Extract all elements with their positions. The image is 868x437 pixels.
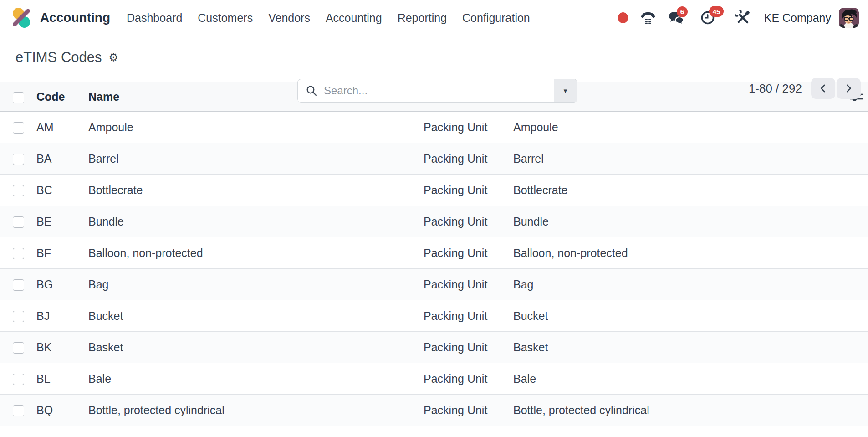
- cell-code: BR: [29, 426, 81, 437]
- recording-status-dot[interactable]: [618, 12, 628, 23]
- table-row[interactable]: BL Bale Packing Unit Bale: [0, 363, 868, 395]
- cell-name: Bundle: [81, 206, 416, 237]
- tools-button[interactable]: [735, 10, 751, 26]
- wrench-screwdriver-icon: [735, 10, 751, 26]
- gear-icon[interactable]: ⚙: [109, 52, 119, 63]
- app-logo[interactable]: [11, 7, 33, 29]
- row-check-cell: [0, 395, 29, 426]
- cell-code: BQ: [29, 395, 81, 426]
- cell-code-type: Packing Unit: [416, 206, 506, 237]
- table-row[interactable]: AM Ampoule Packing Unit Ampoule: [0, 112, 868, 143]
- row-checkbox[interactable]: [13, 154, 24, 165]
- row-checkbox[interactable]: [13, 185, 24, 196]
- cell-code: BE: [29, 206, 81, 237]
- select-all-checkbox[interactable]: [13, 92, 24, 103]
- etims-codes-table: Code Name Code Type Description: [0, 82, 868, 437]
- table-row[interactable]: BR Bar Packing Unit Bar: [0, 426, 868, 437]
- table-row[interactable]: BJ Bucket Packing Unit Bucket: [0, 300, 868, 332]
- row-check-cell: [0, 332, 29, 363]
- search-input[interactable]: [323, 79, 554, 102]
- row-check-cell: [0, 237, 29, 269]
- row-checkbox[interactable]: [13, 248, 24, 259]
- cell-options-spacer: [845, 426, 868, 437]
- chevron-down-icon: ▼: [562, 88, 568, 94]
- red-dot-icon: [618, 12, 628, 23]
- cell-options-spacer: [845, 300, 868, 332]
- row-checkbox[interactable]: [13, 342, 24, 354]
- cell-description: Ampoule: [506, 112, 845, 143]
- cell-name: Bucket: [81, 300, 416, 332]
- menu-item-reporting[interactable]: Reporting: [398, 11, 447, 25]
- cell-name: Bag: [81, 269, 416, 300]
- list-view: Code Name Code Type Description: [0, 82, 868, 437]
- table-row[interactable]: BA Barrel Packing Unit Barrel: [0, 143, 868, 175]
- table-row[interactable]: BF Balloon, non-protected Packing Unit B…: [0, 237, 868, 269]
- row-check-cell: [0, 112, 29, 143]
- row-checkbox[interactable]: [13, 122, 24, 134]
- cell-name: Bale: [81, 363, 416, 395]
- search-bar: ▼: [297, 79, 577, 103]
- cell-code: AM: [29, 112, 81, 143]
- cell-description: Bucket: [506, 300, 845, 332]
- cell-options-spacer: [845, 395, 868, 426]
- row-checkbox[interactable]: [13, 405, 24, 416]
- cell-name: Bottlecrate: [81, 175, 416, 206]
- systray: 6 45: [606, 10, 751, 26]
- app-name-menu[interactable]: Accounting: [40, 10, 110, 25]
- cell-options-spacer: [845, 269, 868, 300]
- search-dropdown-toggle[interactable]: ▼: [554, 79, 577, 102]
- avatar-image: [839, 8, 859, 28]
- cell-description: Bag: [506, 269, 845, 300]
- column-header-code[interactable]: Code: [29, 82, 81, 112]
- cell-code-type: Packing Unit: [416, 332, 506, 363]
- menu-item-customers[interactable]: Customers: [198, 11, 253, 25]
- cell-code: BJ: [29, 300, 81, 332]
- cell-name: Bottle, protected cylindrical: [81, 395, 416, 426]
- row-check-cell: [0, 363, 29, 395]
- menu-item-vendors[interactable]: Vendors: [268, 11, 310, 25]
- row-checkbox[interactable]: [13, 279, 24, 291]
- page-title: eTIMS Codes: [15, 49, 102, 66]
- cell-description: Bottlecrate: [506, 175, 845, 206]
- phone-icon: [640, 10, 656, 25]
- cell-options-spacer: [845, 363, 868, 395]
- cell-options-spacer: [845, 206, 868, 237]
- cell-code-type: Packing Unit: [416, 237, 506, 269]
- select-all-header: [0, 82, 29, 112]
- messages-button[interactable]: 6: [668, 10, 685, 26]
- cell-description: Bundle: [506, 206, 845, 237]
- voip-phone-button[interactable]: [640, 10, 656, 25]
- menu-item-accounting[interactable]: Accounting: [326, 11, 382, 25]
- row-checkbox[interactable]: [13, 216, 24, 228]
- chevron-left-icon: [818, 83, 828, 93]
- pager-previous-button[interactable]: [811, 78, 835, 99]
- cell-description: Bottle, protected cylindrical: [506, 395, 845, 426]
- table-row[interactable]: BE Bundle Packing Unit Bundle: [0, 206, 868, 237]
- top-navbar: Accounting Dashboard Customers Vendors A…: [0, 0, 868, 36]
- table-body: AM Ampoule Packing Unit Ampoule BA Barre…: [0, 112, 868, 437]
- cell-code-type: Packing Unit: [416, 269, 506, 300]
- cell-code: BG: [29, 269, 81, 300]
- menu-item-configuration[interactable]: Configuration: [462, 11, 530, 25]
- cell-options-spacer: [845, 112, 868, 143]
- activities-button[interactable]: 45: [700, 10, 716, 26]
- row-check-cell: [0, 206, 29, 237]
- table-row[interactable]: BK Basket Packing Unit Basket: [0, 332, 868, 363]
- table-row[interactable]: BG Bag Packing Unit Bag: [0, 269, 868, 300]
- user-avatar[interactable]: [839, 8, 859, 28]
- table-row[interactable]: BC Bottlecrate Packing Unit Bottlecrate: [0, 175, 868, 206]
- cell-description: Basket: [506, 332, 845, 363]
- cell-code-type: Packing Unit: [416, 175, 506, 206]
- table-row[interactable]: BQ Bottle, protected cylindrical Packing…: [0, 395, 868, 426]
- menu-item-dashboard[interactable]: Dashboard: [127, 11, 182, 25]
- cell-description: Barrel: [506, 143, 845, 175]
- row-checkbox[interactable]: [13, 311, 24, 322]
- company-switcher[interactable]: KE Company: [764, 11, 831, 25]
- cell-code-type: Packing Unit: [416, 300, 506, 332]
- pager-next-button[interactable]: [837, 78, 861, 99]
- cell-code-type: Packing Unit: [416, 363, 506, 395]
- row-checkbox[interactable]: [13, 374, 24, 385]
- cell-code-type: Packing Unit: [416, 395, 506, 426]
- cell-code: BL: [29, 363, 81, 395]
- cell-description: Balloon, non-protected: [506, 237, 845, 269]
